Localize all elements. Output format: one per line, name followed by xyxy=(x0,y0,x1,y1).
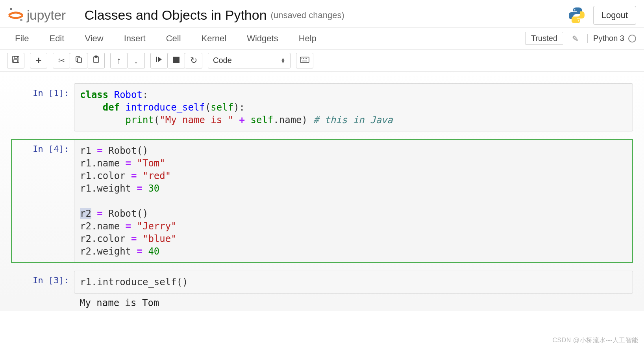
input-prompt: In [4]: xyxy=(11,139,74,263)
save-button[interactable] xyxy=(7,53,24,68)
save-status: (unsaved changes) xyxy=(271,10,344,20)
plus-icon: + xyxy=(35,54,41,66)
run-icon xyxy=(155,56,163,65)
restart-button[interactable]: ↻ xyxy=(185,53,202,68)
copy-icon xyxy=(75,55,83,65)
notebook-container: In [1]: class Robot: def introduce_self(… xyxy=(0,72,644,311)
header: jupyter Classes and Objects in Python (u… xyxy=(0,0,644,28)
code-input[interactable]: r1.introduce_self() xyxy=(74,271,633,293)
add-cell-button[interactable]: + xyxy=(30,53,47,68)
svg-rect-13 xyxy=(173,57,180,63)
svg-marker-12 xyxy=(158,57,162,62)
svg-point-1 xyxy=(20,19,22,21)
code-cell-with-output: In [3]: r1.introduce_self() My name is T… xyxy=(11,271,633,311)
menu-insert[interactable]: Insert xyxy=(114,28,156,49)
menu-file[interactable]: File xyxy=(5,28,39,49)
menu-view[interactable]: View xyxy=(74,28,113,49)
svg-rect-6 xyxy=(14,60,18,63)
menu-widgets[interactable]: Widgets xyxy=(237,28,288,49)
menu-help[interactable]: Help xyxy=(289,28,327,49)
move-up-button[interactable]: ↑ xyxy=(110,53,128,68)
jupyter-logo-text: jupyter xyxy=(27,7,66,23)
stop-icon xyxy=(173,56,180,65)
jupyter-logo[interactable]: jupyter xyxy=(8,6,66,25)
svg-rect-8 xyxy=(78,58,81,63)
input-prompt: In [1]: xyxy=(11,83,74,131)
svg-point-3 xyxy=(578,20,579,21)
select-caret-icon: ▲▼ xyxy=(281,58,285,63)
arrow-down-icon: ↓ xyxy=(134,55,138,66)
toolbar: + ✂ ↑ ↓ ↻ Code ▲▼ xyxy=(0,50,644,72)
svg-point-0 xyxy=(10,8,12,10)
code-cell[interactable]: In [3]: r1.introduce_self() xyxy=(11,271,633,293)
code-input[interactable]: class Robot: def introduce_self(self): p… xyxy=(74,83,633,131)
cut-button[interactable]: ✂ xyxy=(53,53,70,68)
paste-button[interactable] xyxy=(87,53,105,68)
copy-button[interactable] xyxy=(70,53,87,68)
menu-cell[interactable]: Cell xyxy=(156,28,191,49)
kernel-indicator[interactable]: Python 3 xyxy=(587,34,636,43)
stdout-text: My name is Tom xyxy=(74,295,633,311)
paste-icon xyxy=(92,55,100,65)
restart-icon: ↻ xyxy=(190,55,197,66)
svg-rect-14 xyxy=(300,57,309,63)
code-cell[interactable]: In [1]: class Robot: def introduce_self(… xyxy=(11,83,633,131)
kernel-status-icon xyxy=(628,35,636,42)
code-input[interactable]: r1 = Robot() r1.name = "Tom" r1.color = … xyxy=(74,139,633,263)
svg-rect-10 xyxy=(95,56,97,57)
cell-type-select[interactable]: Code ▲▼ xyxy=(208,53,291,68)
save-icon xyxy=(12,55,20,65)
move-down-button[interactable]: ↓ xyxy=(128,53,145,68)
command-palette-button[interactable] xyxy=(296,53,313,68)
output-area: My name is Tom xyxy=(11,295,633,311)
notebook-title[interactable]: Classes and Objects in Python xyxy=(85,7,267,23)
python-logo-icon xyxy=(568,7,585,24)
jupyter-planet-icon xyxy=(8,6,24,25)
menu-kernel[interactable]: Kernel xyxy=(191,28,237,49)
svg-rect-5 xyxy=(14,56,17,58)
kernel-name: Python 3 xyxy=(593,34,624,43)
keyboard-icon xyxy=(300,56,309,65)
svg-rect-11 xyxy=(156,57,157,62)
cell-type-value: Code xyxy=(213,56,232,65)
run-button[interactable] xyxy=(150,53,168,68)
trusted-indicator[interactable]: Trusted xyxy=(525,32,563,45)
logout-button[interactable]: Logout xyxy=(593,6,636,25)
input-prompt: In [3]: xyxy=(11,271,74,293)
menu-edit[interactable]: Edit xyxy=(39,28,74,49)
arrow-up-icon: ↑ xyxy=(117,55,121,66)
scissors-icon: ✂ xyxy=(58,56,65,65)
menubar: File Edit View Insert Cell Kernel Widget… xyxy=(0,28,644,50)
svg-point-2 xyxy=(574,9,575,10)
edit-mode-icon[interactable]: ✎ xyxy=(569,34,582,43)
code-cell[interactable]: In [4]: r1 = Robot() r1.name = "Tom" r1.… xyxy=(11,139,633,263)
interrupt-button[interactable] xyxy=(168,53,185,68)
